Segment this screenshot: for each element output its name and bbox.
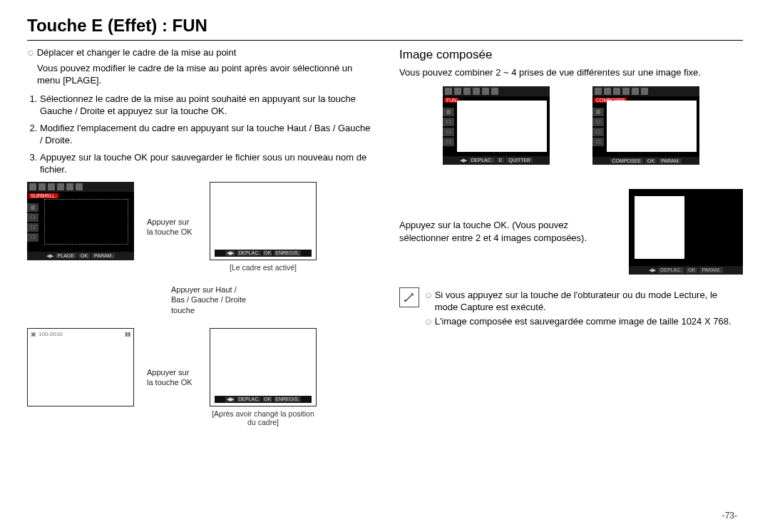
- bullet-icon: ○: [425, 290, 432, 300]
- bar-enreg: ENREGIS.: [274, 250, 300, 256]
- arrow-hbgd: Appuyer sur Haut / Bas / Gauche / Droite…: [171, 285, 250, 315]
- result-top-info: ▣ ▣ 100-0010 100-0010: [31, 331, 63, 337]
- arrow-ok-2: Appuyer sur la touche OK: [147, 367, 197, 388]
- thumb-icon: ▥: [27, 203, 38, 212]
- page-title: Touche E (Effet) : FUN: [27, 13, 743, 40]
- bullet-icon: ○: [425, 317, 432, 327]
- bar-quitter: QUITTER: [506, 158, 533, 163]
- mode-icons: [445, 88, 498, 95]
- frame-moved-box: ◀▶ DEPLAC. OK ENREGIS.: [210, 328, 317, 406]
- step-1: Sélectionnez le cadre de la mise au poin…: [40, 93, 371, 118]
- mode-icon: [76, 183, 83, 190]
- lcd-composee: COMPOSEE ▥☐☐☐ COMPOSEE OK PARAM.: [592, 86, 699, 165]
- lcd-split-preview: ◀▶ DEPLAC. OK PARAM.: [629, 189, 743, 275]
- thumb-icon: ☐: [27, 233, 38, 242]
- lcd-topbar: [592, 86, 699, 96]
- bar-ok: OK: [262, 397, 272, 402]
- bar-deplac: DEPLAC.: [237, 250, 261, 256]
- note-icon: [399, 287, 419, 307]
- thumb-icon: ☐: [27, 223, 38, 232]
- step-2: Modifiez l'emplacement du cadre en appuy…: [40, 122, 371, 147]
- bar-e-key: E: [497, 158, 505, 163]
- bar-composee: COMPOSEE: [610, 158, 643, 163]
- nav-glyph: ◀▶: [460, 158, 467, 163]
- left-column: ○ Déplacer et changer le cadre de la mis…: [27, 45, 371, 426]
- right-hint-row: Appuyez sur la touche OK. (Vous pouvez s…: [399, 189, 743, 275]
- nav-glyph: ◀▶: [649, 267, 656, 273]
- right-hint: Appuyez sur la touche OK. (Vous pouvez s…: [399, 219, 607, 244]
- note-2: ○ L'image composée est sauvegardée comme…: [425, 315, 743, 328]
- split-left-pane: [635, 196, 684, 259]
- figure-frame-active: ◀▶ DEPLAC. OK ENREGIS. [Le cadre est act…: [210, 182, 317, 272]
- lcd-bottombar: ◀▶ DEPLAC. E QUITTER: [443, 156, 550, 165]
- mode-icon: [66, 183, 73, 190]
- bar-enreg: ENREGIS.: [274, 397, 300, 402]
- focus-frame-outline: [44, 199, 128, 245]
- figure-row-1: SURBRILL. ▥ ☐ ☐ ☐ ◀▶ PLAGE: [27, 182, 371, 272]
- nav-glyph: ◀▶: [46, 253, 53, 259]
- lcd-bottombar: COMPOSEE OK PARAM.: [592, 157, 699, 165]
- note-1: ○ Si vous appuyez sur la touche de l'obt…: [425, 289, 743, 314]
- mode-icon: [57, 183, 64, 190]
- bullet-icon: ○: [27, 48, 34, 58]
- bar-param: PARAM.: [659, 158, 682, 163]
- columns: ○ Déplacer et changer le cadre de la mis…: [27, 45, 743, 426]
- lcd-fun: FUN ▥☐☐☐ ◀▶ DEPLAC. E QUITTER: [443, 86, 550, 165]
- left-bullet-text: Déplacer et changer le cadre de la mise …: [37, 46, 237, 59]
- bar-deplac: DEPLAC.: [237, 397, 261, 402]
- lcd-body: [41, 196, 131, 247]
- note-list: ○ Si vous appuyez sur la touche de l'obt…: [425, 287, 743, 328]
- bottom-plage: PLAGE: [56, 253, 76, 258]
- lcd-topbar: [27, 182, 134, 192]
- note-1-text: Si vous appuyez sur la touche de l'obtur…: [435, 289, 743, 314]
- battery-icon: ▮▮: [125, 331, 130, 337]
- step-3: Appuyez sur la touche OK pour sauvegarde…: [40, 151, 371, 176]
- left-intro: Vous pouvez modifier le cadre de la mise…: [37, 62, 371, 87]
- bar-param: PARAM.: [699, 267, 722, 273]
- result-preview: ▣ ▣ 100-0010 100-0010 ▮▮: [27, 328, 134, 406]
- frame-moved-bar: ◀▶ DEPLAC. OK ENREGIS.: [215, 396, 312, 403]
- arrow-ok-1: Appuyer sur la touche OK: [147, 217, 197, 237]
- side-thumbs: ▥☐☐☐: [592, 108, 604, 148]
- mode-icon: [29, 183, 36, 190]
- split-bottombar: ◀▶ DEPLAC. OK PARAM.: [629, 266, 743, 275]
- mode-icon: [38, 183, 46, 190]
- lcd-surbrill: SURBRILL. ▥ ☐ ☐ ☐ ◀▶ PLAGE: [27, 182, 134, 260]
- title-bar: Touche E (Effet) : FUN: [27, 13, 743, 41]
- lcd-topbar: [443, 86, 550, 96]
- play-icon: ▣: [31, 331, 36, 337]
- lcd-bottombar: ◀▶ PLAGE OK PARAM.: [27, 252, 134, 260]
- left-bullet: ○ Déplacer et changer le cadre de la mis…: [27, 46, 371, 59]
- right-column: Image composée Vous pouvez combiner 2 ~ …: [399, 45, 743, 426]
- right-heading: Image composée: [399, 48, 743, 62]
- frame-active-caption: [Le cadre est activé]: [210, 263, 317, 272]
- note-block: ○ Si vous appuyez sur la touche de l'obt…: [399, 287, 743, 328]
- side-thumbs: ▥ ☐ ☐ ☐: [27, 203, 38, 243]
- nav-glyph: ◀▶: [225, 397, 235, 402]
- bottom-param: PARAM.: [92, 253, 115, 258]
- right-intro: Vous pouvez combiner 2 ~ 4 prises de vue…: [399, 66, 743, 79]
- bar-ok: OK: [262, 250, 272, 256]
- thumb-icon: ☐: [27, 213, 38, 222]
- file-index-visible: 100-0010: [38, 331, 63, 337]
- split-right-pane: [687, 196, 737, 259]
- bar-ok: OK: [645, 158, 657, 163]
- mode-icons: [29, 183, 83, 190]
- right-lcds-row: FUN ▥☐☐☐ ◀▶ DEPLAC. E QUITTER: [399, 86, 743, 165]
- mode-icon: [48, 183, 55, 190]
- nav-glyph: ◀▶: [225, 250, 235, 256]
- bar-deplac: DEPLAC.: [469, 158, 495, 163]
- figure-frame-moved: ◀▶ DEPLAC. OK ENREGIS. [Après avoir chan…: [210, 328, 317, 426]
- bottom-ok-key: OK: [78, 253, 90, 258]
- bar-deplac: DEPLAC.: [658, 267, 684, 273]
- mode-icons: [595, 88, 648, 95]
- left-figures: SURBRILL. ▥ ☐ ☐ ☐ ◀▶ PLAGE: [27, 182, 371, 426]
- figure-row-mid: Appuyer sur Haut / Bas / Gauche / Droite…: [27, 285, 371, 315]
- side-thumbs: ▥☐☐☐: [443, 108, 454, 148]
- page-number: -73-: [722, 511, 737, 521]
- steps-list: Sélectionnez le cadre de la mise au poin…: [40, 93, 371, 176]
- frame-active-box: ◀▶ DEPLAC. OK ENREGIS.: [210, 182, 317, 260]
- figure-row-2: ▣ ▣ 100-0010 100-0010 ▮▮ Appuyer sur la …: [27, 328, 371, 426]
- lcd-body: [457, 101, 547, 152]
- bar-ok: OK: [686, 267, 697, 273]
